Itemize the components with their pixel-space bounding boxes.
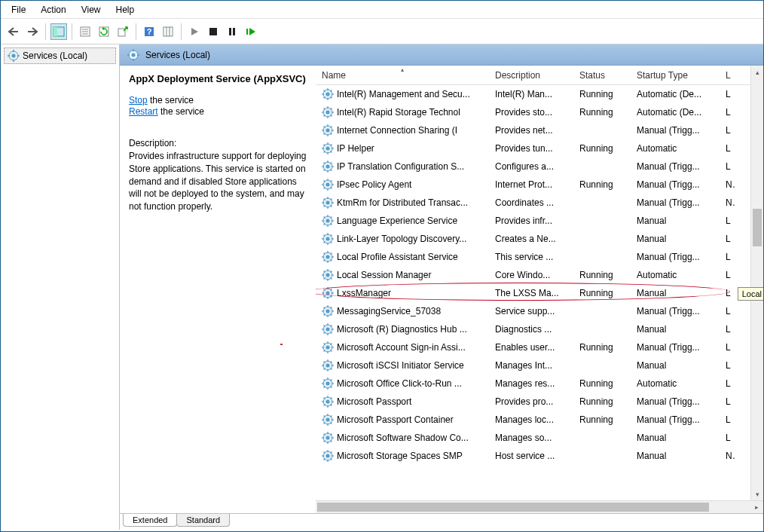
service-icon	[322, 197, 334, 209]
table-row[interactable]: LxssManagerThe LXSS Ma...RunningManualL	[316, 284, 763, 302]
help-button[interactable]: ?	[141, 23, 157, 40]
svg-point-150	[326, 310, 330, 313]
service-icon	[322, 414, 334, 426]
cell-name: Local Session Manager	[317, 269, 490, 281]
cell-startup: Manual (Trigg...	[632, 396, 721, 407]
table-row[interactable]: IPsec Policy AgentInternet Prot...Runnin…	[316, 176, 763, 194]
table-row[interactable]: Intel(R) Management and Secu...Intel(R) …	[316, 85, 763, 103]
column-status[interactable]: Status	[573, 67, 631, 84]
cell-startup: Manual (Trigg...	[632, 306, 721, 316]
tab-standard[interactable]: Standard	[176, 514, 230, 527]
svg-point-200	[326, 400, 330, 404]
cell-status: Running	[575, 107, 632, 118]
forward-button[interactable]	[24, 23, 41, 40]
scroll-down-icon[interactable]: ▾	[751, 488, 763, 500]
scroll-thumb[interactable]	[317, 503, 709, 512]
scroll-thumb[interactable]	[753, 209, 762, 246]
cell-logon: L	[721, 270, 736, 280]
stop-service-button[interactable]	[205, 23, 222, 40]
menu-view[interactable]: View	[74, 2, 108, 17]
cell-name: Microsoft Office Click-to-Run ...	[317, 378, 490, 390]
table-row[interactable]: KtmRm for Distributed Transac...Coordina…	[316, 194, 763, 212]
svg-point-70	[326, 165, 330, 169]
table-row[interactable]: Microsoft (R) Diagnostics Hub ...Diagnos…	[316, 320, 763, 338]
cell-startup: Manual (Trigg...	[632, 414, 721, 425]
service-icon	[322, 359, 334, 371]
start-service-button[interactable]	[186, 23, 203, 40]
table-row[interactable]: Local Profile Assistant ServiceThis serv…	[316, 248, 763, 266]
menu-help[interactable]: Help	[108, 2, 142, 17]
cell-status: Running	[575, 414, 632, 425]
column-logon[interactable]: L	[720, 67, 742, 84]
table-row[interactable]: Intel(R) Rapid Storage TechnolProvides s…	[316, 103, 763, 121]
stop-link[interactable]: Stop	[129, 95, 148, 105]
cell-logon: L	[721, 143, 736, 154]
export-button[interactable]	[115, 23, 131, 40]
column-name[interactable]: Name▴	[316, 67, 489, 84]
show-hide-tree-button[interactable]	[50, 23, 67, 40]
restart-service-button[interactable]	[243, 23, 259, 40]
description-text: Provides infrastructure support for depl…	[129, 150, 307, 213]
table-row[interactable]: Microsoft Office Click-to-Run ...Manages…	[316, 375, 763, 393]
svg-point-230	[326, 454, 330, 458]
cell-logon: N	[721, 179, 736, 190]
svg-point-60	[326, 147, 330, 151]
cell-status: Running	[575, 342, 632, 353]
column-description[interactable]: Description	[489, 67, 573, 84]
cell-name: IPsec Policy Agent	[317, 179, 490, 191]
tab-extended[interactable]: Extended	[123, 514, 177, 527]
service-icon	[322, 269, 334, 281]
svg-point-140	[326, 292, 330, 295]
columns-button[interactable]	[160, 23, 176, 40]
cell-description: Manages Int...	[490, 360, 575, 371]
cell-startup: Manual	[632, 216, 721, 226]
table-row[interactable]: Microsoft Storage Spaces SMPHost service…	[316, 447, 763, 465]
svg-point-180	[326, 364, 330, 368]
horizontal-scrollbar[interactable]: ◂ ▸	[316, 500, 763, 513]
table-row[interactable]: Link-Layer Topology Discovery...Creates …	[316, 230, 763, 248]
scroll-up-icon[interactable]: ▴	[751, 66, 763, 78]
cell-status: Running	[575, 143, 632, 154]
table-row[interactable]: Microsoft Software Shadow Co...Manages s…	[316, 429, 763, 447]
vertical-scrollbar[interactable]: ▴ ▾	[750, 66, 763, 500]
properties-button[interactable]	[77, 23, 93, 40]
cell-logon: L	[721, 433, 736, 443]
back-button[interactable]	[5, 23, 22, 40]
table-row[interactable]: Local Session ManagerCore Windo...Runnin…	[316, 266, 763, 284]
cell-name: IP Translation Configuration S...	[317, 161, 490, 173]
cell-startup: Automatic (De...	[632, 107, 721, 118]
table-row[interactable]: Microsoft PassportProvides pro...Running…	[316, 393, 763, 411]
menu-file[interactable]: File	[4, 2, 33, 17]
cell-logon: L	[721, 414, 736, 425]
refresh-button[interactable]	[96, 23, 112, 40]
description-label: Description:	[129, 138, 307, 148]
cell-logon: L	[721, 306, 736, 316]
table-row[interactable]: Microsoft Passport ContainerManages loc.…	[316, 411, 763, 429]
table-row[interactable]: Language Experience ServiceProvides infr…	[316, 212, 763, 230]
cell-startup: Automatic	[632, 378, 721, 389]
cell-logon: N	[721, 197, 736, 208]
svg-point-120	[326, 255, 330, 259]
scroll-right-icon[interactable]: ▸	[750, 501, 763, 513]
menubar: File Action View Help	[1, 1, 763, 19]
table-row[interactable]: Microsoft iSCSI Initiator ServiceManages…	[316, 356, 763, 375]
tooltip: Local	[738, 287, 763, 301]
service-icon	[322, 215, 334, 227]
menu-action[interactable]: Action	[33, 2, 73, 17]
table-row[interactable]: IP HelperProvides tun...RunningAutomatic…	[316, 139, 763, 157]
cell-description: Diagnostics ...	[490, 324, 575, 335]
service-icon	[322, 341, 334, 353]
toolbar-separator	[181, 23, 182, 40]
restart-link[interactable]: Restart	[129, 106, 158, 117]
table-row[interactable]: IP Translation Configuration S...Configu…	[316, 157, 763, 176]
service-icon	[322, 106, 334, 118]
table-row[interactable]: Microsoft Account Sign-in Assi...Enables…	[316, 338, 763, 356]
svg-text:?: ?	[147, 27, 152, 36]
cell-startup: Manual (Trigg...	[632, 125, 721, 136]
table-row[interactable]: MessagingService_57038Service supp...Man…	[316, 302, 763, 320]
services-icon	[127, 49, 139, 61]
column-startup-type[interactable]: Startup Type	[631, 67, 720, 84]
tree-root-services[interactable]: Services (Local)	[4, 47, 116, 64]
table-row[interactable]: Internet Connection Sharing (IProvides n…	[316, 121, 763, 139]
pause-service-button[interactable]	[224, 23, 240, 40]
